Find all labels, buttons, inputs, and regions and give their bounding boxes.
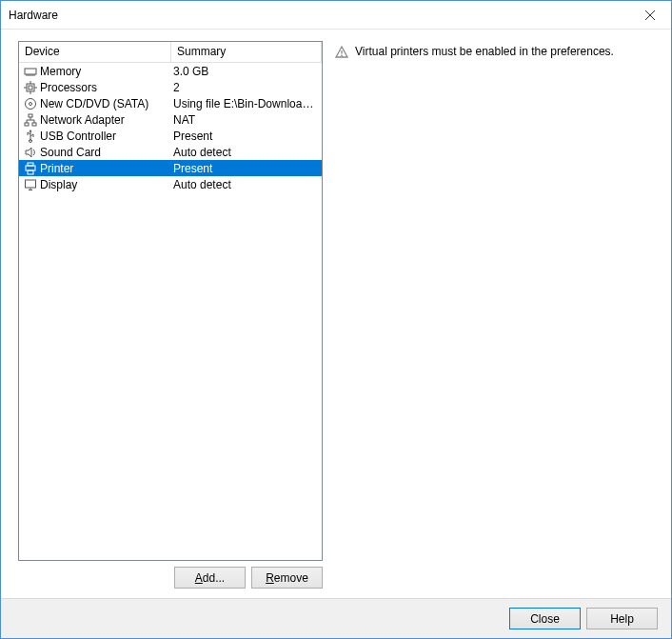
cd-icon: [23, 96, 38, 111]
table-row[interactable]: Memory3.0 GB: [19, 63, 322, 79]
usb-icon: [23, 129, 38, 144]
help-button[interactable]: Help: [586, 608, 658, 629]
device-summary: NAT: [173, 113, 318, 127]
device-summary: Using file E:\Bin-Downloads\li...: [173, 97, 318, 110]
device-name: USB Controller: [40, 130, 173, 143]
table-row[interactable]: Network AdapterNAT: [19, 111, 322, 128]
svg-point-35: [341, 54, 343, 56]
device-name: Processors: [40, 81, 173, 94]
printer-icon: [23, 161, 38, 176]
device-name: Memory: [40, 65, 173, 78]
remove-button[interactable]: Remove: [251, 567, 323, 589]
device-name: Network Adapter: [40, 113, 173, 127]
list-body: Memory3.0 GBProcessors2New CD/DVD (SATA)…: [19, 63, 322, 560]
device-name: Sound Card: [40, 146, 173, 159]
table-row[interactable]: Processors2: [19, 79, 322, 95]
svg-rect-29: [28, 170, 33, 174]
main-row: Device Summary Memory3.0 GBProcessors2Ne…: [18, 41, 654, 589]
left-panel: Device Summary Memory3.0 GBProcessors2Ne…: [18, 41, 323, 589]
close-button[interactable]: Close: [509, 608, 581, 629]
device-name: Printer: [40, 162, 173, 175]
table-row[interactable]: Sound CardAuto detect: [19, 144, 322, 160]
add-button[interactable]: Add...: [174, 567, 246, 589]
network-icon: [23, 112, 38, 128]
device-summary: 3.0 GB: [173, 65, 318, 78]
svg-marker-25: [30, 130, 32, 132]
table-row[interactable]: PrinterPresent: [19, 160, 322, 176]
device-name: Display: [40, 178, 173, 191]
window-close-button[interactable]: [628, 1, 671, 29]
bottom-bar: Close Help: [1, 598, 671, 638]
svg-rect-28: [26, 166, 35, 170]
svg-rect-17: [25, 123, 29, 126]
window-title: Hardware: [9, 9, 58, 22]
svg-marker-26: [26, 148, 31, 157]
table-row[interactable]: New CD/DVD (SATA)Using file E:\Bin-Downl…: [19, 95, 322, 111]
cpu-icon: [23, 80, 38, 95]
display-icon: [23, 177, 38, 192]
svg-point-15: [30, 102, 32, 105]
warning-icon: [334, 45, 349, 60]
device-summary: Auto detect: [173, 178, 318, 191]
device-summary: Present: [173, 162, 318, 175]
list-header: Device Summary: [19, 42, 322, 63]
svg-rect-2: [25, 69, 36, 74]
content-area: Device Summary Memory3.0 GBProcessors2Ne…: [1, 30, 671, 598]
memory-icon: [23, 64, 38, 79]
sound-icon: [23, 145, 38, 160]
device-name: New CD/DVD (SATA): [40, 97, 173, 110]
svg-rect-16: [29, 114, 32, 117]
device-summary: Auto detect: [173, 146, 318, 159]
info-message: Virtual printers must be enabled in the …: [334, 45, 654, 60]
table-row[interactable]: DisplayAuto detect: [19, 176, 322, 192]
column-header-device[interactable]: Device: [19, 42, 171, 62]
device-list[interactable]: Device Summary Memory3.0 GBProcessors2Ne…: [18, 41, 323, 561]
svg-rect-30: [26, 180, 36, 188]
hardware-window: Hardware Device Summary Memory3.0 GBProc…: [0, 0, 672, 639]
left-button-row: Add... Remove: [18, 561, 323, 589]
titlebar: Hardware: [1, 1, 671, 30]
device-summary: 2: [173, 81, 318, 94]
svg-rect-9: [29, 86, 32, 90]
column-header-summary[interactable]: Summary: [171, 42, 322, 62]
close-icon: [645, 10, 655, 20]
svg-rect-18: [32, 123, 36, 126]
svg-rect-8: [27, 84, 34, 91]
info-text: Virtual printers must be enabled in the …: [355, 45, 614, 58]
table-row[interactable]: USB ControllerPresent: [19, 128, 322, 144]
right-panel: Virtual printers must be enabled in the …: [334, 41, 654, 589]
device-summary: Present: [173, 130, 318, 143]
svg-point-14: [26, 98, 36, 109]
